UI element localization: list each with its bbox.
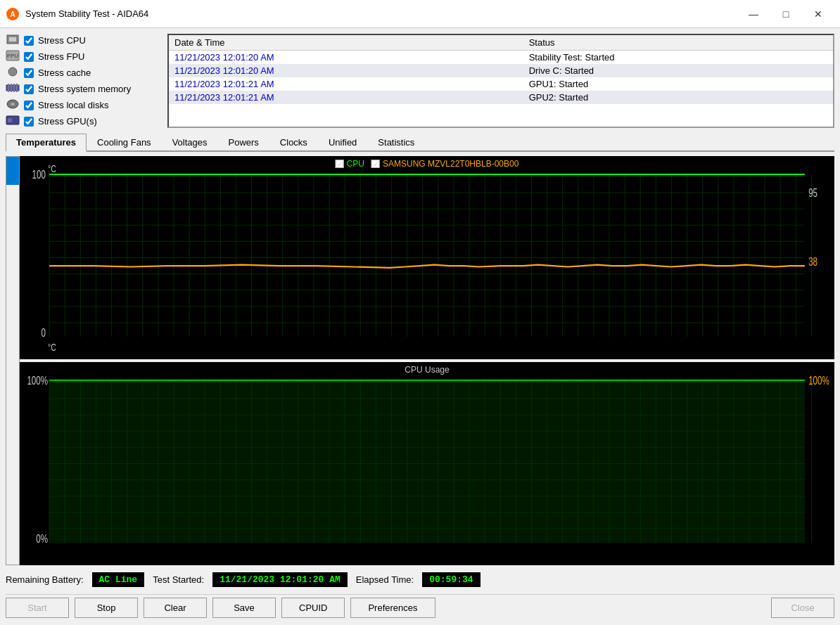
- start-button[interactable]: Start: [6, 598, 69, 618]
- minimize-button[interactable]: —: [737, 3, 770, 25]
- clear-button[interactable]: Clear: [144, 598, 207, 618]
- temperature-chart: ✓ CPU ✓ SAMSUNG MZVL22T0HBLB-00B00 100 0…: [20, 156, 834, 359]
- checkbox-stress-cache[interactable]: [24, 68, 34, 78]
- stop-button[interactable]: Stop: [75, 598, 138, 618]
- log-table-container: Date & Time Status 11/21/2023 12:01:20 A…: [167, 34, 834, 128]
- top-section: Stress CPUFPUStress FPUStress cacheStres…: [6, 34, 834, 128]
- svg-text:0: 0: [41, 326, 46, 339]
- svg-text:100: 100: [32, 168, 46, 181]
- icon-fpu: FPU: [6, 50, 20, 63]
- log-row-0: 11/21/2023 12:01:20 AMStability Test: St…: [169, 51, 833, 65]
- log-status-3: GPU2: Started: [523, 91, 833, 104]
- log-row-3: 11/21/2023 12:01:21 AMGPU2: Started: [169, 91, 833, 104]
- elapsed-label: Elapsed Time:: [356, 574, 414, 585]
- svg-point-6: [8, 67, 17, 76]
- legend-cpu-label: CPU: [347, 159, 364, 169]
- checkbox-item-stress-cache: Stress cache: [6, 66, 160, 79]
- checkbox-stress-gpu[interactable]: [24, 117, 34, 127]
- cpu-usage-svg: 100% 0% 100%: [20, 362, 834, 565]
- tab-powers[interactable]: Powers: [218, 134, 269, 152]
- icon-disk: [6, 98, 20, 112]
- svg-rect-3: [9, 37, 16, 41]
- checkbox-item-stress-memory: Stress system memory: [6, 82, 160, 96]
- svg-text:38: 38: [808, 255, 817, 268]
- log-status-2: GPU1: Started: [523, 77, 833, 91]
- svg-text:100%: 100%: [808, 374, 829, 387]
- elapsed-value: 00:59:34: [422, 572, 480, 587]
- log-datetime-2: 11/21/2023 12:01:21 AM: [169, 77, 523, 91]
- svg-text:95: 95: [808, 186, 817, 199]
- tab-temperatures[interactable]: Temperatures: [6, 134, 87, 152]
- maximize-button[interactable]: □: [770, 3, 802, 25]
- svg-rect-8: [8, 84, 9, 92]
- battery-value: AC Line: [92, 572, 145, 587]
- label-stress-memory: Stress system memory: [38, 84, 131, 94]
- svg-text:0%: 0%: [36, 532, 48, 545]
- title-bar: A System Stability Test - AIDA64 — □ ✕: [0, 0, 840, 28]
- checkbox-stress-cpu[interactable]: [24, 36, 34, 46]
- log-datetime-0: 11/21/2023 12:01:20 AM: [169, 51, 523, 65]
- cpuid-button[interactable]: CPUID: [281, 598, 345, 618]
- log-datetime-3: 11/21/2023 12:01:21 AM: [169, 91, 523, 104]
- svg-text:100%: 100%: [27, 374, 48, 387]
- log-status-0: Stability Test: Started: [523, 51, 833, 65]
- scroll-thumb: [6, 157, 19, 185]
- cpu-usage-title: CPU Usage: [20, 365, 834, 375]
- charts-with-scroll: ✓ CPU ✓ SAMSUNG MZVL22T0HBLB-00B00 100 0…: [6, 156, 834, 565]
- svg-rect-15: [8, 118, 12, 122]
- window-controls: — □ ✕: [737, 3, 834, 25]
- icon-cpu: [6, 34, 20, 47]
- legend-cpu: ✓ CPU: [336, 159, 364, 169]
- legend-samsung: ✓ SAMSUNG MZVL22T0HBLB-00B00: [371, 159, 518, 169]
- icon-gpu: [6, 115, 20, 128]
- checkbox-stress-memory[interactable]: [24, 84, 34, 94]
- checkbox-item-stress-fpu: FPUStress FPU: [6, 50, 160, 63]
- checkbox-item-stress-disks: Stress local disks: [6, 98, 160, 112]
- tab-statistics[interactable]: Statistics: [367, 134, 425, 152]
- tab-clocks[interactable]: Clocks: [269, 134, 318, 152]
- battery-label: Remaining Battery:: [6, 574, 84, 585]
- log-row-2: 11/21/2023 12:01:21 AMGPU1: Started: [169, 77, 833, 91]
- label-stress-cpu: Stress CPU: [38, 35, 86, 46]
- label-stress-fpu: Stress FPU: [38, 51, 84, 62]
- stress-options-panel: Stress CPUFPUStress FPUStress cacheStres…: [6, 34, 160, 128]
- svg-text:FPU: FPU: [7, 53, 18, 59]
- bottom-buttons: Start Stop Clear Save CPUID Preferences …: [6, 594, 834, 619]
- scroll-sidebar[interactable]: [6, 156, 20, 565]
- svg-text:A: A: [10, 11, 15, 18]
- test-started-value: 11/21/2023 12:01:20 AM: [212, 572, 348, 587]
- legend-samsung-label: SAMSUNG MZVL22T0HBLB-00B00: [383, 159, 518, 169]
- temp-chart-svg: 100 0 °C °C 95 38: [20, 156, 834, 359]
- close-window-button[interactable]: ✕: [802, 3, 834, 25]
- legend-samsung-check[interactable]: ✓: [371, 160, 380, 168]
- charts-area: ✓ CPU ✓ SAMSUNG MZVL22T0HBLB-00B00 100 0…: [20, 156, 834, 565]
- save-button[interactable]: Save: [212, 598, 276, 618]
- tabs-container: TemperaturesCooling FansVoltagesPowersCl…: [6, 132, 834, 152]
- icon-cache: [6, 66, 20, 79]
- svg-text:°C: °C: [48, 342, 56, 354]
- label-stress-cache: Stress cache: [38, 67, 91, 78]
- log-row-1: 11/21/2023 12:01:20 AMDrive C: Started: [169, 64, 833, 77]
- svg-marker-145: [49, 380, 805, 543]
- log-status-1: Drive C: Started: [523, 64, 833, 77]
- preferences-button[interactable]: Preferences: [350, 598, 435, 618]
- close-button[interactable]: Close: [771, 598, 834, 618]
- svg-rect-9: [11, 84, 12, 92]
- svg-rect-11: [16, 84, 18, 92]
- svg-rect-10: [13, 84, 15, 92]
- tab-cooling-fans[interactable]: Cooling Fans: [87, 134, 162, 152]
- tab-unified[interactable]: Unified: [318, 134, 367, 152]
- checkbox-item-stress-cpu: Stress CPU: [6, 34, 160, 47]
- label-stress-gpu: Stress GPU(s): [38, 116, 97, 127]
- tab-voltages[interactable]: Voltages: [162, 134, 218, 152]
- svg-text:°C: °C: [48, 164, 56, 175]
- checkbox-stress-fpu[interactable]: [24, 52, 34, 62]
- icon-ram: [6, 82, 20, 96]
- col-datetime: Date & Time: [169, 35, 523, 51]
- legend-cpu-check[interactable]: ✓: [336, 160, 344, 168]
- svg-point-13: [11, 103, 15, 105]
- app-icon: A: [6, 7, 20, 21]
- checkbox-stress-disks[interactable]: [24, 101, 34, 110]
- col-status: Status: [523, 35, 833, 51]
- log-datetime-1: 11/21/2023 12:01:20 AM: [169, 64, 523, 77]
